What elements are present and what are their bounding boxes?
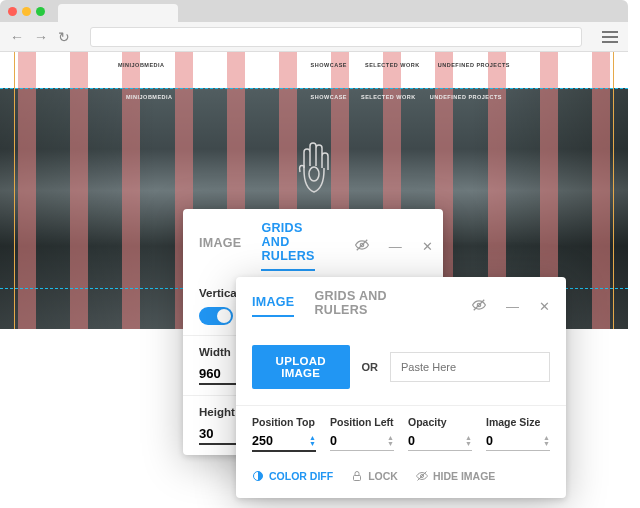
stepper-icon[interactable]: ▲▼ [463, 435, 472, 447]
brand: MINIJOBMEDIA [118, 62, 165, 68]
browser-tab[interactable] [58, 4, 178, 22]
browser-toolbar: ← → ↻ [0, 22, 628, 52]
visibility-icon[interactable] [472, 298, 486, 315]
pos-top-input[interactable] [252, 432, 307, 450]
tab-image[interactable]: IMAGE [252, 295, 294, 317]
tab-grids[interactable]: GRIDS AND RULERS [314, 289, 432, 323]
contrast-icon [252, 470, 264, 482]
hand-logo-icon [286, 132, 342, 204]
pos-top-label: Position Top [252, 416, 316, 428]
eye-off-icon [416, 470, 428, 482]
visibility-icon[interactable] [355, 238, 369, 255]
back-icon[interactable]: ← [10, 29, 24, 45]
color-diff-button[interactable]: COLOR DIFF [252, 470, 333, 482]
site-nav-top: MINIJOBMEDIA SHOWCASE SELECTED WORK UNDE… [0, 62, 628, 68]
menu-icon[interactable] [602, 31, 618, 43]
tab-image[interactable]: IMAGE [199, 236, 241, 256]
lock-icon [351, 470, 363, 482]
size-input[interactable] [486, 432, 541, 450]
close-icon[interactable]: ✕ [422, 239, 433, 254]
pos-left-input[interactable] [330, 432, 385, 450]
nav-item[interactable]: UNDEFINED PROJECTS [430, 94, 502, 100]
or-label: OR [362, 361, 379, 373]
nav-item[interactable]: SHOWCASE [311, 94, 347, 100]
panel-footer: COLOR DIFF LOCK HIDE IMAGE [236, 456, 566, 498]
nav-item[interactable]: SHOWCASE [311, 62, 347, 68]
maximize-window-icon[interactable] [36, 7, 45, 16]
panel-header: IMAGE GRIDS AND RULERS — ✕ [183, 209, 443, 279]
site-nav-hero: MINIJOBMEDIA SHOWCASE SELECTED WORK UNDE… [0, 94, 628, 100]
forward-icon[interactable]: → [34, 29, 48, 45]
close-icon[interactable]: ✕ [539, 299, 550, 314]
browser-tabbar [0, 0, 628, 22]
brand: MINIJOBMEDIA [126, 94, 173, 100]
size-label: Image Size [486, 416, 550, 428]
minimize-window-icon[interactable] [22, 7, 31, 16]
opacity-input[interactable] [408, 432, 463, 450]
minimize-icon[interactable]: — [506, 299, 519, 314]
nav-item[interactable]: SELECTED WORK [361, 94, 416, 100]
panel-header: IMAGE GRIDS AND RULERS — ✕ [236, 277, 566, 331]
stepper-icon[interactable]: ▲▼ [307, 435, 316, 447]
close-window-icon[interactable] [8, 7, 17, 16]
horizontal-guide[interactable] [0, 88, 628, 89]
svg-rect-6 [354, 476, 361, 481]
lock-button[interactable]: LOCK [351, 470, 398, 482]
url-input[interactable] [90, 27, 582, 47]
paste-input[interactable] [390, 352, 550, 382]
grid-toggle[interactable] [199, 307, 233, 325]
svg-point-0 [309, 167, 319, 181]
image-panel: IMAGE GRIDS AND RULERS — ✕ UPLOAD IMAGE … [236, 277, 566, 498]
minimize-icon[interactable]: — [389, 239, 402, 254]
hide-image-button[interactable]: HIDE IMAGE [416, 470, 495, 482]
tab-grids[interactable]: GRIDS AND RULERS [261, 221, 314, 271]
stepper-icon[interactable]: ▲▼ [541, 435, 550, 447]
pos-left-label: Position Left [330, 416, 394, 428]
nav-item[interactable]: UNDEFINED PROJECTS [438, 62, 510, 68]
upload-image-button[interactable]: UPLOAD IMAGE [252, 345, 350, 389]
reload-icon[interactable]: ↻ [58, 29, 70, 45]
opacity-label: Opacity [408, 416, 472, 428]
stepper-icon[interactable]: ▲▼ [385, 435, 394, 447]
nav-item[interactable]: SELECTED WORK [365, 62, 420, 68]
